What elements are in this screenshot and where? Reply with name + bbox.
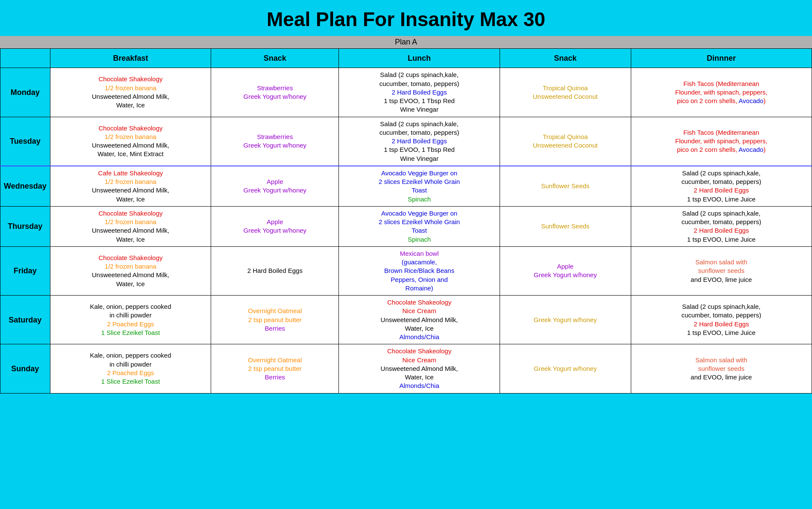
page-title: Meal Plan For Insanity Max 30 — [4, 8, 808, 31]
cell-wednesday-dinner: Salad (2 cups spinach,kale,cucumber, tom… — [631, 166, 812, 207]
cell-sunday-snack2: Greek Yogurt w/honey — [500, 344, 631, 393]
cell-tuesday-snack1: StrawberriesGreek Yogurt w/honey — [211, 117, 339, 166]
page: Meal Plan For Insanity Max 30 Plan A Bre… — [0, 0, 812, 394]
header-breakfast: Breakfast — [50, 49, 211, 68]
title-bar: Meal Plan For Insanity Max 30 — [0, 0, 812, 36]
cell-monday-snack2: Tropical QuinoaUnsweetened Coconut — [500, 68, 631, 117]
cell-saturday-snack2: Greek Yogurt w/honey — [500, 296, 631, 344]
cell-thursday-breakfast: Chocolate Shakeology1/2 frozen bananaUns… — [50, 206, 211, 246]
cell-thursday-snack1: AppleGreek Yogurt w/honey — [211, 206, 339, 246]
day-label-monday: Monday — [0, 68, 50, 117]
cell-tuesday-breakfast: Chocolate Shakeology1/2 frozen bananaUns… — [50, 117, 211, 166]
table-row-tuesday: TuesdayChocolate Shakeology1/2 frozen ba… — [0, 117, 812, 166]
header-dinner: Dinnner — [631, 49, 812, 68]
table-header-row: Breakfast Snack Lunch Snack Dinnner — [0, 49, 812, 68]
cell-tuesday-dinner: Fish Tacos (MediterraneanFlounder, with … — [631, 117, 812, 166]
cell-monday-lunch: Salad (2 cups spinach,kale,cucumber, tom… — [339, 68, 500, 117]
table-row-saturday: SaturdayKale, onion, peppers cookedin ch… — [0, 296, 812, 344]
table-row-thursday: ThursdayChocolate Shakeology1/2 frozen b… — [0, 206, 812, 246]
cell-monday-dinner: Fish Tacos (MediterraneanFlounder, with … — [631, 68, 812, 117]
cell-sunday-breakfast: Kale, onion, peppers cookedin chilli pow… — [50, 344, 211, 393]
cell-sunday-lunch: Chocolate ShakeologyNice CreamUnsweetene… — [339, 344, 500, 393]
cell-friday-snack1: 2 Hard Boiled Eggs — [211, 246, 339, 295]
header-snack2: Snack — [500, 49, 631, 68]
cell-wednesday-breakfast: Cafe Latte Shakeology1/2 frozen bananaUn… — [50, 166, 211, 207]
day-label-saturday: Saturday — [0, 296, 50, 344]
table-row-sunday: SundayKale, onion, peppers cookedin chil… — [0, 344, 812, 393]
table-row-wednesday: WednesdayCafe Latte Shakeology1/2 frozen… — [0, 166, 812, 207]
cell-thursday-snack2: Sunflower Seeds — [500, 206, 631, 246]
cell-saturday-snack1: Overnight Oatmeal2 tsp peanut butterBerr… — [211, 296, 339, 344]
table-row-friday: FridayChocolate Shakeology1/2 frozen ban… — [0, 246, 812, 295]
cell-tuesday-snack2: Tropical QuinoaUnsweetened Coconut — [500, 117, 631, 166]
cell-wednesday-snack2: Sunflower Seeds — [500, 166, 631, 207]
day-label-friday: Friday — [0, 246, 50, 295]
cell-monday-snack1: StrawberriesGreek Yogurt w/honey — [211, 68, 339, 117]
cell-friday-snack2: AppleGreek Yogurt w/honey — [500, 246, 631, 295]
cell-saturday-breakfast: Kale, onion, peppers cookedin chilli pow… — [50, 296, 211, 344]
header-day — [0, 49, 50, 68]
day-label-wednesday: Wednesday — [0, 166, 50, 207]
cell-sunday-snack1: Overnight Oatmeal2 tsp peanut butterBerr… — [211, 344, 339, 393]
header-snack1: Snack — [211, 49, 339, 68]
cell-saturday-lunch: Chocolate ShakeologyNice CreamUnsweetene… — [339, 296, 500, 344]
cell-sunday-dinner: Salmon salad withsunflower seedsand EVOO… — [631, 344, 812, 393]
cell-friday-breakfast: Chocolate Shakeology1/2 frozen bananaUns… — [50, 246, 211, 295]
plan-label: Plan A — [0, 36, 812, 48]
cell-wednesday-lunch: Avocado Veggie Burger on2 slices Ezeikel… — [339, 166, 500, 207]
cell-thursday-dinner: Salad (2 cups spinach,kale,cucumber, tom… — [631, 206, 812, 246]
day-label-thursday: Thursday — [0, 206, 50, 246]
day-label-tuesday: Tuesday — [0, 117, 50, 166]
cell-tuesday-lunch: Salad (2 cups spinach,kale,cucumber, tom… — [339, 117, 500, 166]
meal-plan-table: Breakfast Snack Lunch Snack Dinnner Mond… — [0, 48, 812, 394]
cell-wednesday-snack1: AppleGreek Yogurt w/honey — [211, 166, 339, 207]
header-lunch: Lunch — [339, 49, 500, 68]
cell-friday-lunch: Mexican bowl(guacamole,Brown Rice/Black … — [339, 246, 500, 295]
day-label-sunday: Sunday — [0, 344, 50, 393]
table-row-monday: MondayChocolate Shakeology1/2 frozen ban… — [0, 68, 812, 117]
cell-friday-dinner: Salmon salad withsunflower seedsand EVOO… — [631, 246, 812, 295]
cell-monday-breakfast: Chocolate Shakeology1/2 frozen bananaUns… — [50, 68, 211, 117]
cell-thursday-lunch: Avocado Veggie Burger on2 slices Ezeikel… — [339, 206, 500, 246]
cell-saturday-dinner: Salad (2 cups spinach,kale,cucumber, tom… — [631, 296, 812, 344]
